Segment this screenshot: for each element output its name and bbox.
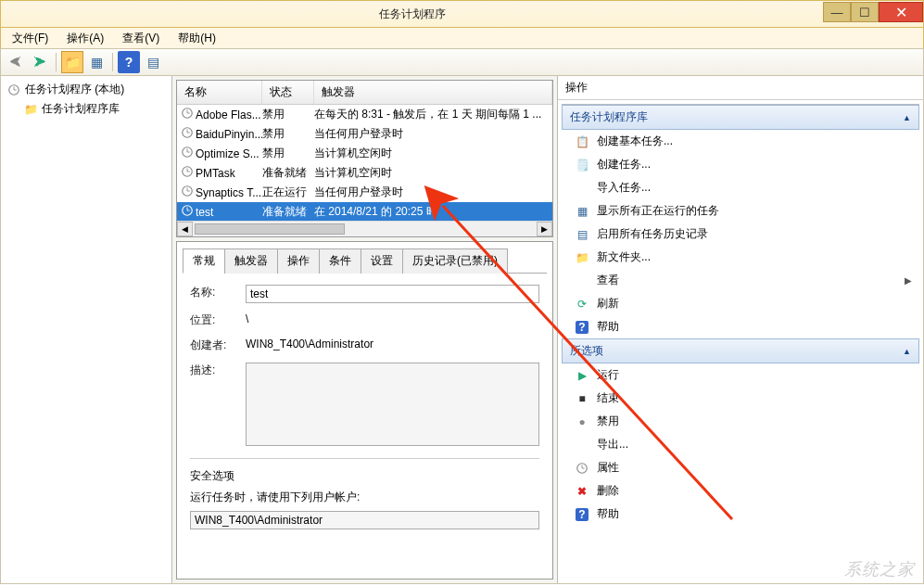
- table-row[interactable]: BaiduPinyin...禁用当任何用户登录时: [177, 124, 552, 144]
- tree-pane: 任务计划程序 (本地) 📁 任务计划程序库: [1, 76, 172, 583]
- section-selected[interactable]: 所选项 ▲: [562, 338, 919, 363]
- back-button[interactable]: ⮜: [5, 51, 27, 73]
- tree-root[interactable]: 任务计划程序 (本地): [3, 80, 170, 99]
- tab-conditions[interactable]: 条件: [319, 248, 361, 274]
- section-selected-label: 所选项: [570, 343, 603, 359]
- task-status: 正在运行: [262, 185, 314, 200]
- menubar: 文件(F) 操作(A) 查看(V) 帮助(H): [0, 28, 924, 48]
- action-item[interactable]: ✖删除: [562, 479, 919, 503]
- tree-lib-label: 任务计划程序库: [42, 101, 120, 117]
- maximize-button[interactable]: ☐: [851, 2, 879, 22]
- task-trigger: 在 2014/8/21 的 20:25 时: [314, 204, 552, 220]
- up-folder-icon[interactable]: 📁: [61, 51, 83, 73]
- task-name: PMTask: [196, 167, 235, 180]
- collapse-icon: ▲: [903, 347, 911, 356]
- folder-icon: 📁: [23, 102, 38, 117]
- action-label: 帮助: [597, 319, 619, 335]
- menu-action[interactable]: 操作(A): [61, 29, 109, 48]
- window-title: 任务计划程序: [1, 6, 823, 22]
- task-status: 准备就绪: [262, 165, 314, 181]
- action-label: 刷新: [597, 296, 619, 312]
- table-row[interactable]: PMTask准备就绪当计算机空闲时: [177, 163, 552, 183]
- blank-icon: [575, 274, 589, 288]
- table-row[interactable]: Synaptics T...正在运行当任何用户登录时: [177, 183, 552, 202]
- action-label: 帮助: [597, 506, 619, 522]
- table-row[interactable]: Optimize S...禁用当计算机空闲时: [177, 144, 552, 163]
- action-label: 属性: [597, 460, 619, 476]
- menu-help[interactable]: 帮助(H): [172, 29, 222, 48]
- menu-file[interactable]: 文件(F): [6, 29, 54, 48]
- location-value: \: [246, 312, 539, 325]
- table-row[interactable]: test准备就绪在 2014/8/21 的 20:25 时: [177, 202, 552, 221]
- props-icon: [575, 461, 589, 476]
- task-rows: Adobe Flas...禁用在每天的 8:31 - 触发后，在 1 天 期间每…: [177, 105, 552, 221]
- minimize-button[interactable]: —: [823, 2, 851, 22]
- task-trigger: 在每天的 8:31 - 触发后，在 1 天 期间每隔 1 ...: [314, 107, 552, 122]
- tree-lib[interactable]: 📁 任务计划程序库: [3, 99, 170, 119]
- action-item[interactable]: ■结束: [562, 387, 919, 410]
- tab-triggers[interactable]: 触发器: [224, 248, 278, 274]
- view-icon[interactable]: ▤: [142, 51, 164, 73]
- clock-icon: [181, 204, 194, 220]
- clock-icon: [181, 146, 194, 161]
- close-button[interactable]: ✕: [879, 2, 923, 22]
- security-account-field[interactable]: [190, 511, 539, 529]
- scroll-thumb[interactable]: [195, 223, 345, 235]
- action-item[interactable]: ●禁用: [562, 410, 919, 433]
- actions-list: 任务计划程序库 ▲ 📋创建基本任务...🗒️创建任务...导入任务...▦显示所…: [562, 104, 919, 580]
- action-item[interactable]: 查看▶: [562, 269, 919, 292]
- action-item[interactable]: 导出...: [562, 433, 919, 456]
- col-status[interactable]: 状态: [262, 81, 314, 104]
- chevron-right-icon: ▶: [905, 275, 912, 286]
- horizontal-scrollbar[interactable]: ◀ ▶: [177, 221, 552, 236]
- action-item[interactable]: ▦显示所有正在运行的任务: [562, 199, 919, 223]
- task-trigger: 当任何用户登录时: [314, 185, 552, 200]
- task-name: BaiduPinyin...: [196, 128, 262, 141]
- help-icon: ?: [575, 507, 589, 522]
- section-library[interactable]: 任务计划程序库 ▲: [562, 105, 919, 130]
- tab-history[interactable]: 历史记录(已禁用): [402, 248, 508, 274]
- task-trigger: 当计算机空闲时: [314, 165, 552, 181]
- task-name: Optimize S...: [196, 147, 259, 160]
- folder-icon: 📁: [575, 250, 589, 265]
- task-status: 准备就绪: [262, 204, 314, 220]
- action-item[interactable]: ▶运行: [562, 363, 919, 387]
- section2-items: ▶运行■结束●禁用导出...属性✖删除?帮助: [562, 363, 919, 526]
- task-icon: 📋: [575, 134, 589, 149]
- action-item[interactable]: ▤启用所有任务历史记录: [562, 223, 919, 246]
- task-name: test: [196, 206, 213, 219]
- action-label: 导出...: [597, 437, 628, 452]
- col-trigger[interactable]: 触发器: [314, 81, 552, 104]
- tab-settings[interactable]: 设置: [361, 248, 403, 274]
- col-name[interactable]: 名称: [177, 81, 262, 104]
- properties-icon[interactable]: ▦: [85, 51, 108, 73]
- action-label: 导入任务...: [597, 180, 651, 196]
- action-label: 删除: [597, 483, 619, 499]
- action-item[interactable]: 导入任务...: [562, 176, 919, 199]
- menu-view[interactable]: 查看(V): [117, 29, 165, 48]
- action-item[interactable]: ?帮助: [562, 503, 919, 526]
- forward-button[interactable]: ⮞: [29, 51, 51, 73]
- task-trigger: 当任何用户登录时: [314, 126, 552, 142]
- history-icon: ▤: [575, 227, 589, 242]
- main-area: 任务计划程序 (本地) 📁 任务计划程序库 名称 状态 触发器 Adobe Fl…: [0, 76, 924, 584]
- detail-tabs: 常规 触发器 操作 条件 设置 历史记录(已禁用): [183, 248, 547, 274]
- name-field[interactable]: [246, 285, 539, 303]
- action-item[interactable]: 属性: [562, 456, 919, 479]
- actions-pane: 操作 任务计划程序库 ▲ 📋创建基本任务...🗒️创建任务...导入任务...▦…: [557, 76, 923, 583]
- table-row[interactable]: Adobe Flas...禁用在每天的 8:31 - 触发后，在 1 天 期间每…: [177, 105, 552, 124]
- action-item[interactable]: 📁新文件夹...: [562, 246, 919, 269]
- desc-field[interactable]: [246, 363, 539, 446]
- scroll-left-icon[interactable]: ◀: [177, 222, 193, 236]
- action-label: 显示所有正在运行的任务: [597, 203, 719, 219]
- help-icon[interactable]: ?: [118, 51, 140, 73]
- action-item[interactable]: ?帮助: [562, 315, 919, 338]
- action-item[interactable]: 🗒️创建任务...: [562, 153, 919, 176]
- stop-icon: ■: [575, 391, 589, 406]
- tab-actions[interactable]: 操作: [277, 248, 320, 274]
- scroll-right-icon[interactable]: ▶: [537, 222, 552, 236]
- tab-general[interactable]: 常规: [183, 248, 225, 274]
- action-item[interactable]: 📋创建基本任务...: [562, 130, 919, 153]
- action-item[interactable]: ⟳刷新: [562, 292, 919, 315]
- blank-icon: [575, 438, 589, 452]
